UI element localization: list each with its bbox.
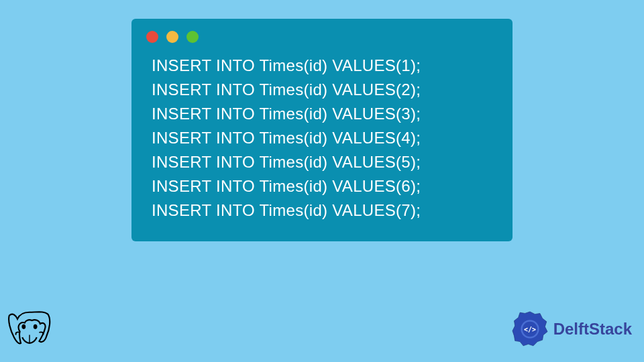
code-content: INSERT INTO Times(id) VALUES(1); INSERT … (146, 54, 498, 223)
minimize-icon (166, 31, 178, 43)
delftstack-logo: </> DelftStack (509, 308, 632, 350)
close-icon (146, 31, 158, 43)
postgresql-logo-icon (5, 308, 54, 357)
code-line: INSERT INTO Times(id) VALUES(2); (152, 78, 498, 102)
maximize-icon (186, 31, 199, 43)
svg-point-0 (21, 324, 25, 329)
code-line: INSERT INTO Times(id) VALUES(6); (152, 174, 498, 198)
delftstack-icon: </> (509, 308, 551, 350)
svg-point-1 (34, 324, 38, 329)
code-window: INSERT INTO Times(id) VALUES(1); INSERT … (131, 19, 513, 241)
code-line: INSERT INTO Times(id) VALUES(1); (152, 54, 498, 78)
svg-text:</>: </> (524, 326, 536, 333)
code-line: INSERT INTO Times(id) VALUES(7); (152, 198, 498, 223)
code-line: INSERT INTO Times(id) VALUES(3); (152, 102, 498, 126)
code-line: INSERT INTO Times(id) VALUES(5); (152, 150, 498, 174)
code-line: INSERT INTO Times(id) VALUES(4); (152, 126, 498, 150)
delftstack-label: DelftStack (553, 320, 632, 339)
window-controls (146, 31, 498, 43)
